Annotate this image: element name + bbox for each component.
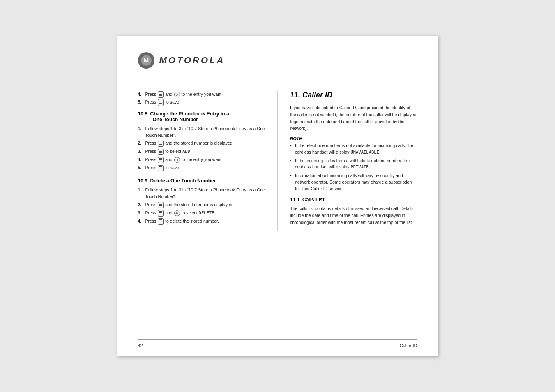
step-10-9-2: 2. Press ☰ and the stored number is disp… (138, 202, 265, 208)
footer: 42 Caller ID (138, 339, 417, 348)
item-4-content: Press ☰ and ⊕ to the entry you want. (145, 91, 223, 98)
step-10-8-1-content: Follow steps 1 to 3 in "10.7 Store a Pho… (145, 126, 265, 139)
step-10-8-1: 1. Follow steps 1 to 3 in "10.7 Store a … (138, 126, 265, 139)
section-10-8-title-line1: Change the Phonebook Entry in a (150, 111, 229, 117)
menu-icon-3: ☰ (158, 141, 164, 147)
section-10-8-header: 10.8 Change the Phonebook Entry in a One… (138, 111, 265, 122)
section-10-9-number: 10.9 (138, 178, 150, 184)
svg-text:M: M (143, 57, 148, 64)
menu-icon-7: ☰ (158, 202, 164, 208)
section-10-9: 10.9 Delete a One Touch Number 1. Follow… (138, 178, 265, 224)
menu-icon-4: ☰ (158, 149, 164, 155)
step-10-8-3-content: Press ☰ to select ADD. (145, 148, 265, 155)
section-10-8-title-line2: One Touch Number (138, 117, 198, 122)
step-10-8-1-num: 1. (138, 126, 145, 139)
step-10-9-4-num: 4. (138, 218, 145, 225)
motorola-brand-text: MOTOROLA (159, 55, 225, 66)
add-label: ADD (182, 149, 190, 154)
item-5-content: Press ☰ to save. (145, 99, 180, 106)
note-section: NOTE If the telephone number is not avai… (290, 136, 417, 192)
prev-item-4: 4. Press ☰ and ⊕ to the entry you want. (138, 91, 265, 98)
prev-item-5: 5. Press ☰ to save. (138, 99, 265, 106)
step-10-9-4: 4. Press ☰ to delete the stored number. (138, 218, 265, 225)
step-10-8-3: 3. Press ☰ to select ADD. (138, 148, 265, 155)
page-container: M MOTOROLA 4. Press ☰ and ⊕ to the entry… (0, 0, 555, 392)
section-11-1-text: The calls list contains details of misse… (290, 205, 417, 226)
item-4-num: 4. (138, 91, 145, 98)
footer-page-number: 42 (138, 343, 143, 348)
note-list: If the telephone number is not available… (290, 143, 417, 192)
note-title: NOTE (290, 136, 417, 141)
menu-icon-5: ☰ (158, 157, 164, 164)
nav-icon-1: ⊕ (174, 92, 180, 97)
left-column: 4. Press ☰ and ⊕ to the entry you want. … (138, 91, 265, 231)
note-item-3: Information about incoming calls will va… (290, 173, 417, 192)
section-11-1-header: 11.1 Calls List (290, 197, 417, 203)
nav-icon-3: ⊕ (174, 210, 180, 216)
menu-icon-8: ☰ (158, 210, 164, 217)
step-10-9-1-num: 1. (138, 187, 145, 200)
section-10-8: 10.8 Change the Phonebook Entry in a One… (138, 111, 265, 171)
section-11-1-number: 11.1 (290, 197, 302, 203)
menu-icon-1: ☰ (158, 91, 164, 98)
step-10-8-2-num: 2. (138, 140, 145, 147)
step-10-9-3-num: 3. (138, 210, 145, 217)
chapter-intro-text: If you have subscribed to Caller ID, and… (290, 104, 417, 132)
step-10-8-5-num: 5. (138, 165, 145, 171)
chapter-num: 11. (290, 91, 300, 99)
note-item-1: If the telephone number is not available… (290, 143, 417, 156)
motorola-logo-circle: M (138, 52, 154, 69)
menu-icon-9: ☰ (158, 218, 164, 225)
step-10-9-3: 3. Press ☰ and ⊕ to select DELETE. (138, 210, 265, 217)
step-10-8-2: 2. Press ☰ and the stored number is disp… (138, 140, 265, 147)
step-10-9-1: 1. Follow steps 1 to 3 in "10.7 Store a … (138, 187, 265, 200)
step-10-9-2-content: Press ☰ and the stored number is display… (145, 202, 265, 208)
chapter-title: 11. Caller ID (290, 91, 417, 99)
motorola-m-icon: M (140, 55, 152, 66)
menu-icon-2: ☰ (158, 99, 164, 106)
footer-chapter-label: Caller ID (400, 343, 417, 348)
section-10-9-title: Delete a One Touch Number (150, 178, 216, 184)
item-5-num: 5. (138, 99, 145, 106)
section-11-1-title: Calls List (302, 197, 324, 203)
menu-icon-6: ☰ (158, 165, 164, 172)
prev-items: 4. Press ☰ and ⊕ to the entry you want. … (138, 91, 265, 106)
unavailable-text: UNAVAILABLE (350, 150, 379, 154)
step-10-9-1-content: Follow steps 1 to 3 in "10.7 Store a Pho… (145, 187, 265, 200)
step-10-8-2-content: Press ☰ and the stored number is display… (145, 140, 265, 147)
step-10-8-4: 4. Press ☰ and ⊕ to the entry you want. (138, 157, 265, 163)
chapter-name: Caller ID (302, 91, 332, 99)
header-section: M MOTOROLA (138, 52, 417, 75)
nav-icon-2: ⊕ (174, 157, 180, 163)
step-10-8-5-content: Press ☰ to save. (145, 165, 265, 171)
step-10-8-5: 5. Press ☰ to save. (138, 165, 265, 171)
section-11-1: 11.1 Calls List The calls list contains … (290, 197, 417, 226)
section-10-9-steps: 1. Follow steps 1 to 3 in "10.7 Store a … (138, 187, 265, 224)
section-10-8-steps: 1. Follow steps 1 to 3 in "10.7 Store a … (138, 126, 265, 171)
content-columns: 4. Press ☰ and ⊕ to the entry you want. … (138, 91, 417, 231)
step-10-9-4-content: Press ☰ to delete the stored number. (145, 218, 265, 225)
document-page: M MOTOROLA 4. Press ☰ and ⊕ to the entry… (117, 36, 438, 356)
step-10-8-3-num: 3. (138, 148, 145, 155)
step-10-8-4-content: Press ☰ and ⊕ to the entry you want. (145, 157, 265, 163)
step-10-9-2-num: 2. (138, 202, 145, 208)
note-item-2: If the incoming call is from a withheld … (290, 158, 417, 171)
section-10-9-header: 10.9 Delete a One Touch Number (138, 178, 265, 184)
private-text: PRIVATE (350, 164, 368, 169)
step-10-9-3-content: Press ☰ and ⊕ to select DELETE. (145, 210, 265, 217)
section-10-8-number: 10.8 (138, 111, 150, 117)
delete-label: DELETE (199, 210, 214, 215)
header-divider (138, 83, 417, 83)
step-10-8-4-num: 4. (138, 157, 145, 163)
right-column: 11. Caller ID If you have subscribed to … (277, 91, 417, 231)
